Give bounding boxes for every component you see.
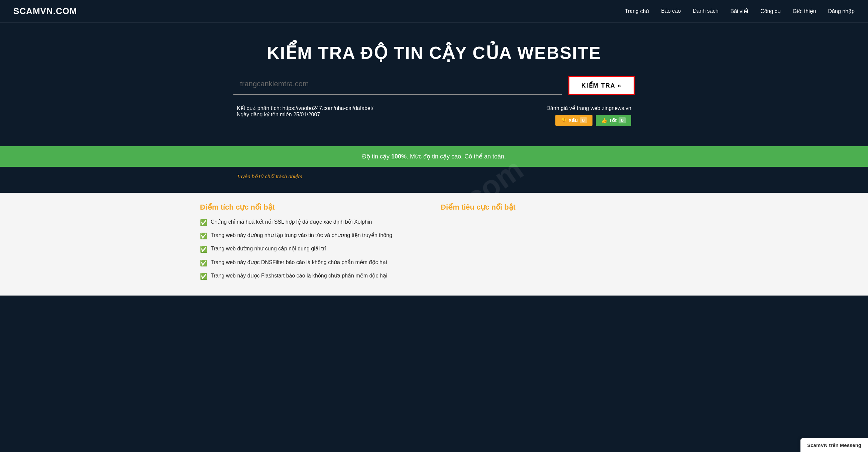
trust-suffix: . Mức độ tin cậy cao. Có thể an toàn.	[407, 153, 506, 160]
vote-buttons: 👎 Xấu 0 👍 Tốt 0	[546, 115, 631, 126]
nav-articles[interactable]: Bài viết	[731, 8, 749, 14]
list-item: ✅ Trang web này được Flashstart báo cáo …	[200, 272, 427, 281]
negative-column: Điểm tiêu cực nổi bật	[441, 203, 668, 286]
list-item: ✅ Trang web này được DNSFilter báo cáo l…	[200, 259, 427, 267]
nav-about[interactable]: Giới thiệu	[793, 8, 816, 14]
results-left: Kết quả phân tích: https://vaobo247.com/…	[237, 105, 373, 118]
results-url[interactable]: https://vaobo247.com/nha-cai/dafabet/	[282, 105, 373, 111]
list-item: ✅ Trang web dường như cung cấp nội dung …	[200, 245, 427, 254]
results-section: Kết quả phân tích: https://vaobo247.com/…	[234, 105, 634, 126]
check-icon-1: ✅	[200, 219, 207, 227]
vote-bad-label: 👎 Xấu	[561, 117, 578, 123]
nav-tools[interactable]: Công cụ	[760, 8, 781, 14]
list-item: ✅ Trang web này dường như tập trung vào …	[200, 232, 427, 240]
search-bar: KIỂM TRA »	[234, 76, 634, 95]
vote-bad-button[interactable]: 👎 Xấu 0	[555, 115, 592, 126]
nav-report[interactable]: Báo cáo	[661, 8, 681, 14]
list-item: ✅ Chứng chỉ mã hoá kết nối SSL hợp lệ đã…	[200, 218, 427, 227]
hero-section: KIỂM TRA ĐỘ TIN CẬY CỦA WEBSITE KIỂM TRA…	[0, 23, 868, 146]
logo[interactable]: SCAMVN.COM	[13, 6, 77, 17]
negative-title: Điểm tiêu cực nổi bật	[441, 203, 668, 212]
trust-percentage: 100%	[391, 153, 407, 160]
trust-bar: Độ tin cậy 100%. Mức độ tin cậy cao. Có …	[0, 146, 868, 167]
positive-item-5: Trang web này được Flashstart báo cáo là…	[211, 272, 387, 280]
trust-prefix: Độ tin cậy	[362, 153, 391, 160]
nav-login[interactable]: Đăng nhập	[828, 8, 855, 14]
positive-item-3: Trang web dường như cung cấp nội dung gi…	[211, 245, 326, 252]
positive-item-2: Trang web này dường như tập trung vào ti…	[211, 232, 392, 239]
positive-title: Điểm tích cực nổi bật	[200, 203, 427, 212]
disclaimer: Tuyên bố từ chối trách nhiệm	[234, 173, 634, 180]
vote-good-label: 👍 Tốt	[601, 117, 617, 123]
navigation: Trang chủ Báo cáo Danh sách Bài viết Côn…	[625, 8, 855, 14]
disclaimer-link[interactable]: Tuyên bố từ chối trách nhiệm	[237, 173, 302, 179]
positive-item-1: Chứng chỉ mã hoá kết nối SSL hợp lệ đã đ…	[211, 218, 372, 226]
nav-list[interactable]: Danh sách	[693, 8, 718, 14]
positive-column: Điểm tích cực nổi bật ✅ Chứng chỉ mã hoá…	[200, 203, 427, 286]
vote-bad-count: 0	[580, 117, 587, 123]
check-icon-3: ✅	[200, 246, 207, 254]
vote-good-count: 0	[619, 117, 626, 123]
results-date: Ngày đăng ký tên miền 25/01/2007	[237, 111, 373, 118]
analysis-section: Điểm tích cực nổi bật ✅ Chứng chỉ mã hoá…	[0, 193, 868, 295]
page-title: KIỂM TRA ĐỘ TIN CẬY CỦA WEBSITE	[13, 43, 855, 63]
results-right: Đánh giá về trang web zingnews.vn 👎 Xấu …	[546, 105, 631, 126]
positive-item-4: Trang web này được DNSFilter báo cáo là …	[211, 259, 387, 266]
search-input[interactable]	[240, 79, 555, 88]
nav-home[interactable]: Trang chủ	[625, 8, 649, 14]
search-button[interactable]: KIỂM TRA »	[568, 76, 634, 95]
rating-label: Đánh giá về trang web zingnews.vn	[546, 105, 631, 111]
messenger-widget[interactable]: ScamVN trên Messeng	[801, 438, 868, 452]
results-label: Kết quả phân tích: https://vaobo247.com/…	[237, 105, 373, 111]
check-icon-2: ✅	[200, 232, 207, 240]
check-icon-5: ✅	[200, 272, 207, 281]
positive-list: ✅ Chứng chỉ mã hoá kết nối SSL hợp lệ đã…	[200, 218, 427, 281]
header: SCAMVN.COM Trang chủ Báo cáo Danh sách B…	[0, 0, 868, 23]
vote-good-button[interactable]: 👍 Tốt 0	[596, 115, 631, 126]
check-icon-4: ✅	[200, 259, 207, 267]
results-header: Kết quả phân tích: https://vaobo247.com/…	[234, 105, 634, 126]
analysis-grid: Điểm tích cực nổi bật ✅ Chứng chỉ mã hoá…	[200, 203, 668, 286]
search-input-wrapper	[234, 76, 562, 95]
